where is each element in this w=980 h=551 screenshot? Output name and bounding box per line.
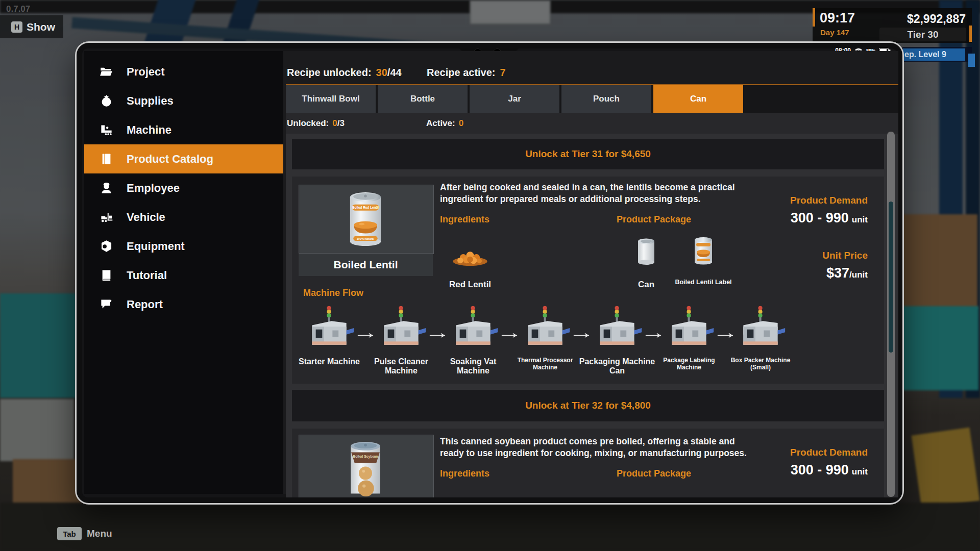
machine-name: Soaking Vat Machine bbox=[435, 357, 511, 376]
crate-gear-icon bbox=[100, 239, 113, 253]
demand-range: 300 - 990 bbox=[791, 462, 849, 478]
unlock-tier31-banner[interactable]: Unlock at Tier 31 for $4,650 bbox=[292, 139, 884, 169]
recipe-active-label: Recipe active: bbox=[427, 67, 496, 79]
sidebar-item-vehicle[interactable]: Vehicle bbox=[84, 203, 283, 232]
chat-pencil-icon bbox=[100, 297, 113, 311]
machine-flow-title: Machine Flow bbox=[303, 288, 363, 298]
package-labeling-machine-icon bbox=[664, 305, 715, 351]
catalog-book-icon bbox=[100, 152, 113, 166]
active-label: Active: bbox=[426, 118, 455, 129]
hud-accent-right bbox=[969, 26, 972, 42]
boiled-soybean-can-image: Boiled Soybean bbox=[345, 440, 386, 497]
unlock-tier32-text: Unlock at Tier 32 for $4,800 bbox=[525, 400, 651, 411]
package-label-label: Boiled Lentil Label bbox=[668, 279, 739, 286]
subheader-strip bbox=[286, 113, 898, 134]
can-unlocked-counter: Unlocked: 0 /3 bbox=[287, 116, 345, 131]
tab-pouch[interactable]: Pouch bbox=[561, 85, 651, 113]
game-screen: 0.7.07 H Show 09:17 Day 147 $2,992,887 T… bbox=[0, 0, 980, 551]
money: $2,992,887 bbox=[857, 12, 966, 26]
sidebar-item-tutorial[interactable]: Tutorial bbox=[84, 261, 283, 290]
unlocked-value: 0 bbox=[332, 118, 337, 129]
sidebar-item-equipment[interactable]: Equipment bbox=[84, 232, 283, 261]
show-keycap: H bbox=[11, 21, 22, 33]
tab-strip: Thinwall Bowl Bottle Jar Pouch Can bbox=[286, 85, 898, 113]
active-value: 0 bbox=[459, 118, 463, 129]
box-packer-machine-icon bbox=[735, 305, 786, 351]
price-amount: $37 bbox=[826, 265, 849, 281]
sidebar-item-report[interactable]: Report bbox=[84, 290, 283, 319]
red-lentil-icon bbox=[450, 243, 490, 266]
soaking-vat-machine-icon bbox=[448, 305, 499, 351]
machine-name: Package Labeling Machine bbox=[656, 357, 722, 371]
sidebar-item-label: Report bbox=[127, 298, 163, 311]
sidebar-item-label: Product Catalog bbox=[127, 153, 213, 166]
flow-arrow-icon: → bbox=[569, 322, 595, 342]
sidebar-item-employee[interactable]: Employee bbox=[84, 173, 283, 203]
unlocked-total: /3 bbox=[337, 118, 345, 129]
machine-name: Pulse Cleaner Machine bbox=[363, 357, 439, 376]
sidebar-item-label: Vehicle bbox=[127, 211, 165, 224]
unlock-tier31-text: Unlock at Tier 31 for $4,650 bbox=[525, 148, 651, 160]
sidebar-item-product-catalog[interactable]: Product Catalog bbox=[84, 144, 283, 173]
machine-name: Thermal Processor Machine bbox=[517, 357, 573, 371]
tab-label: Pouch bbox=[593, 94, 620, 104]
recipe-unlocked-value: 30 bbox=[376, 67, 387, 79]
ingredient-label: Red Lentil bbox=[434, 280, 506, 290]
recipe-card-boiled-soybean: Boiled Soybean This canned soybean produ… bbox=[292, 429, 884, 497]
show-hud-toggle[interactable]: H Show bbox=[0, 15, 63, 38]
boiled-lentil-can-image: Boiled Red Lentil 100% Natural bbox=[344, 189, 387, 250]
flow-arrow-icon: → bbox=[353, 322, 379, 342]
recipe-unlocked-total: /44 bbox=[387, 67, 402, 79]
product-name-text: Boiled Lentil bbox=[334, 259, 398, 271]
can-active-counter: Active: 0 bbox=[426, 116, 463, 131]
hud-accent-left bbox=[813, 8, 815, 27]
tab-jar[interactable]: Jar bbox=[470, 85, 559, 113]
can-package-icon bbox=[636, 238, 656, 265]
tab-can[interactable]: Can bbox=[653, 85, 743, 113]
boiled-lentil-label-icon bbox=[692, 236, 715, 265]
game-time: 09:17 bbox=[820, 10, 855, 26]
demand-title: Product Demand bbox=[735, 195, 868, 206]
pulse-cleaner-machine-icon bbox=[376, 305, 427, 351]
sidebar-item-label: Machine bbox=[127, 123, 172, 137]
sidebar-item-machine[interactable]: Machine bbox=[84, 115, 283, 144]
sidebar-item-label: Supplies bbox=[127, 94, 174, 108]
ingredients-title: Ingredients bbox=[440, 468, 489, 479]
game-day: Day 147 bbox=[820, 28, 849, 37]
can-label-text: Boiled Soybean bbox=[353, 455, 378, 459]
product-name: Boiled Lentil bbox=[299, 253, 433, 276]
demand-value: 300 - 990 unit bbox=[735, 462, 868, 478]
flow-arrow-icon: → bbox=[641, 322, 667, 342]
recipe-active-value: 7 bbox=[500, 67, 506, 79]
ingredients-title: Ingredients bbox=[440, 214, 489, 225]
show-label: Show bbox=[27, 21, 55, 33]
package-title: Product Package bbox=[617, 468, 691, 479]
sidebar-item-label: Employee bbox=[127, 182, 180, 195]
machine-name: Packaging Machine Can bbox=[579, 357, 655, 376]
menu-hint: Tab Menu bbox=[57, 527, 112, 541]
price-title: Unit Price bbox=[735, 250, 868, 261]
tab-label: Bottle bbox=[410, 94, 435, 104]
recipe-active-counter: Recipe active: 7 bbox=[427, 64, 506, 81]
machine-icon bbox=[100, 123, 113, 137]
tomato-icon bbox=[100, 94, 113, 108]
rep-level-label: ep. Level 9 bbox=[904, 50, 946, 59]
starter-machine-icon bbox=[304, 305, 355, 351]
tab-label: Can bbox=[690, 94, 706, 104]
machine-name: Box Packer Machine (Small) bbox=[725, 357, 796, 371]
worker-icon bbox=[100, 181, 113, 195]
tab-thinwall-bowl[interactable]: Thinwall Bowl bbox=[286, 85, 376, 113]
can-sublabel-text: 100% Natural bbox=[357, 237, 375, 240]
demand-unit: unit bbox=[852, 215, 868, 225]
product-description: After being cooked and sealed in a can, … bbox=[440, 182, 746, 205]
package-title: Product Package bbox=[617, 214, 691, 225]
demand-title: Product Demand bbox=[735, 447, 868, 458]
can-label-text: Boiled Red Lentil bbox=[352, 206, 379, 209]
unlocked-label: Unlocked: bbox=[287, 118, 329, 129]
sidebar-item-label: Project bbox=[127, 65, 165, 79]
tab-bottle[interactable]: Bottle bbox=[378, 85, 468, 113]
scrollbar-thumb[interactable] bbox=[889, 202, 893, 353]
sidebar-item-supplies[interactable]: Supplies bbox=[84, 86, 283, 115]
unlock-tier32-banner[interactable]: Unlock at Tier 32 for $4,800 bbox=[292, 390, 884, 421]
sidebar-item-project[interactable]: Project bbox=[84, 57, 283, 86]
